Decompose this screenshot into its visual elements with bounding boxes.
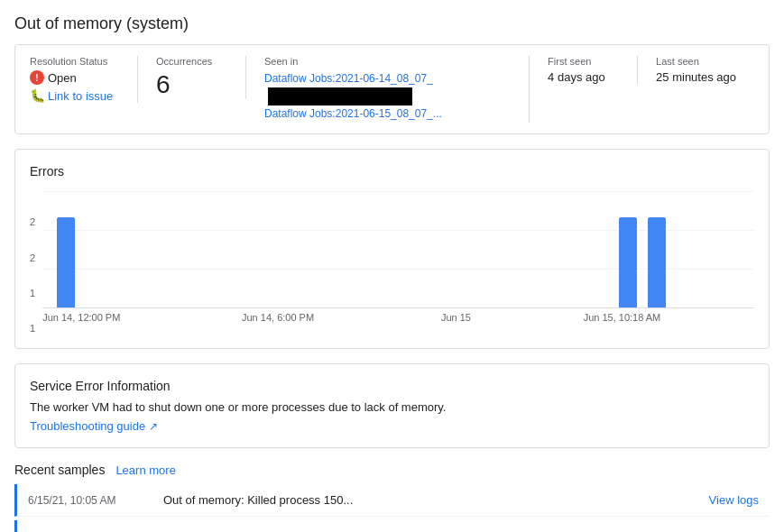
recent-samples-title: Recent samples [14,463,105,477]
x-axis: Jun 14, 12:00 PM Jun 14, 6:00 PM Jun 15 … [42,312,754,334]
bar-1 [57,217,75,307]
seen-in-links: Dataflow Jobs:2021-06-14_08_07_ Dataflow… [264,70,511,123]
occurrences-value: 6 [156,70,227,99]
y-label-3: 2 [30,252,35,263]
sample-row: 6/15/21, 9:43 AM Out of memory: Killed p… [14,520,770,532]
last-seen-label: Last seen [656,56,736,67]
status-icon: ! [30,70,44,85]
service-error-card: Service Error Information The worker VM … [14,363,770,448]
recent-samples-header: Recent samples Learn more [14,463,770,477]
sample-message-1: Out of memory: Killed process 150... [163,493,709,507]
troubleshoot-label: Troubleshooting guide [30,419,145,433]
x-label-3: Jun 15 [441,312,471,323]
first-seen-value: 4 days ago [548,70,619,84]
x-label-2: Jun 14, 6:00 PM [242,312,314,323]
link-to-issue-label: Link to issue [48,89,113,103]
chart-title: Errors [30,164,754,179]
occurrences-label: Occurrences [156,56,227,67]
resolution-section: Resolution Status ! Open 🐛 Link to issue [30,56,138,103]
last-seen-section: Last seen 25 minutes ago [638,56,754,84]
page-title: Out of memory (system) [14,14,770,33]
redacted-bar-1 [268,87,412,105]
seen-in-section: Seen in Dataflow Jobs:2021-06-14_08_07_ … [246,56,530,123]
bar-3 [648,217,666,307]
seen-in-label: Seen in [264,56,511,67]
resolution-status: ! Open [30,70,119,85]
resolution-label: Resolution Status [30,56,119,67]
y-label-2: 1 [30,288,35,298]
sample-row: 6/15/21, 10:05 AM Out of memory: Killed … [14,484,770,517]
x-label-1: Jun 14, 12:00 PM [42,312,120,323]
learn-more-link[interactable]: Learn more [115,463,175,477]
first-seen-label: First seen [548,56,619,67]
y-label-1: 1 [30,323,35,334]
occurrences-section: Occurrences 6 [138,56,246,99]
service-error-title: Service Error Information [30,379,754,393]
view-logs-button-1[interactable]: View logs [709,493,759,507]
resolution-value: Open [48,71,77,85]
grid-line-top [42,191,754,192]
chart-bars-area [42,191,754,308]
first-seen-section: First seen 4 days ago [530,56,638,84]
sample-rows-container: 6/15/21, 10:05 AM Out of memory: Killed … [14,484,770,532]
link-to-issue-button[interactable]: 🐛 Link to issue [30,88,119,103]
last-seen-value: 25 minutes ago [656,70,736,84]
service-error-description: The worker VM had to shut down one or mo… [30,400,754,414]
x-label-4: Jun 15, 10:18 AM [584,312,661,323]
troubleshoot-link[interactable]: Troubleshooting guide ↗ [30,419,754,433]
y-label-4: 2 [30,216,35,227]
bug-icon: 🐛 [30,88,45,103]
seen-in-link-2[interactable]: Dataflow Jobs:2021-06-15_08_07_... [264,105,511,123]
sample-time-1: 6/15/21, 10:05 AM [28,494,163,507]
bar-2 [619,217,637,307]
info-card: Resolution Status ! Open 🐛 Link to issue… [14,44,770,134]
recent-samples-section: Recent samples Learn more 6/15/21, 10:05… [14,463,770,532]
seen-in-link-1[interactable]: Dataflow Jobs:2021-06-14_08_07_ [264,70,511,105]
chart-card: Errors 2 2 1 1 Jun 1 [14,149,770,349]
external-link-icon: ↗ [149,420,158,433]
